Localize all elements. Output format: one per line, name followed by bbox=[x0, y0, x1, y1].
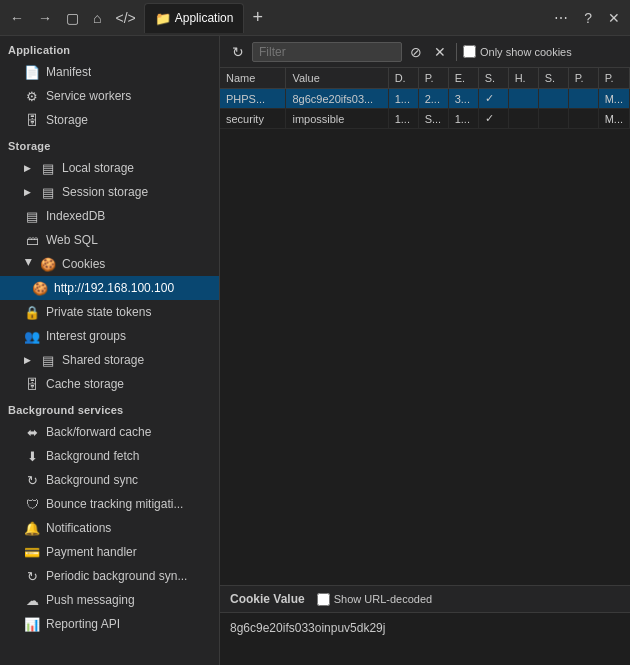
cell-2: 1... bbox=[388, 109, 418, 129]
tab-bar: ← → ▢ ⌂ </> 📁 Application + ⋯ ? ✕ bbox=[0, 0, 630, 36]
more-options-button[interactable]: ⋯ bbox=[548, 6, 574, 30]
cell-7 bbox=[538, 89, 568, 109]
expand-arrow-session: ▶ bbox=[24, 187, 34, 197]
cell-0: security bbox=[220, 109, 286, 129]
col-d[interactable]: D. bbox=[388, 68, 418, 89]
periodic-bg-label: Periodic background syn... bbox=[46, 569, 187, 583]
sidebar-item-background-fetch[interactable]: ⬇ Background fetch bbox=[0, 444, 219, 468]
cell-1: 8g6c9e20ifs03... bbox=[286, 89, 388, 109]
storage-label: Storage bbox=[46, 113, 88, 127]
main-content: Application 📄 Manifest ⚙ Service workers… bbox=[0, 36, 630, 665]
cell-2: 1... bbox=[388, 89, 418, 109]
web-sql-icon: 🗃 bbox=[24, 233, 40, 248]
sidebar-item-push-messaging[interactable]: ☁ Push messaging bbox=[0, 588, 219, 612]
sidebar-item-notifications[interactable]: 🔔 Notifications bbox=[0, 516, 219, 540]
show-decoded-checkbox[interactable] bbox=[317, 593, 330, 606]
filter-clear-btn[interactable]: ⊘ bbox=[406, 42, 426, 62]
cookies-url-icon: 🍪 bbox=[32, 281, 48, 296]
sidebar-item-manifest[interactable]: 📄 Manifest bbox=[0, 60, 219, 84]
refresh-btn[interactable]: ↻ bbox=[228, 42, 248, 62]
home-button[interactable]: ⌂ bbox=[87, 6, 107, 30]
table-row[interactable]: securityimpossible1...S...1...✓M... bbox=[220, 109, 630, 129]
sidebar-item-session-storage[interactable]: ▶ ▤ Session storage bbox=[0, 180, 219, 204]
table-row[interactable]: PHPS...8g6c9e20ifs03...1...2...3...✓M... bbox=[220, 89, 630, 109]
cell-6 bbox=[508, 109, 538, 129]
shared-storage-label: Shared storage bbox=[62, 353, 144, 367]
push-messaging-label: Push messaging bbox=[46, 593, 135, 607]
col-p[interactable]: P. bbox=[418, 68, 448, 89]
col-s2[interactable]: S. bbox=[538, 68, 568, 89]
show-decoded-label[interactable]: Show URL-decoded bbox=[317, 593, 432, 606]
cookies-table: Name Value D. P. E. S. H. S. P. P. PHPS.… bbox=[220, 68, 630, 129]
sidebar-item-local-storage[interactable]: ▶ ▤ Local storage bbox=[0, 156, 219, 180]
cell-5: ✓ bbox=[478, 109, 508, 129]
bounce-tracking-icon: 🛡 bbox=[24, 497, 40, 512]
bottom-panel-header: Cookie Value Show URL-decoded bbox=[220, 586, 630, 613]
delete-btn[interactable]: ✕ bbox=[430, 42, 450, 62]
local-storage-label: Local storage bbox=[62, 161, 134, 175]
close-button[interactable]: ✕ bbox=[602, 6, 626, 30]
manifest-label: Manifest bbox=[46, 65, 91, 79]
cache-storage-label: Cache storage bbox=[46, 377, 124, 391]
sidebar-item-payment-handler[interactable]: 💳 Payment handler bbox=[0, 540, 219, 564]
panel-toolbar: ↻ ⊘ ✕ Only show cookies bbox=[220, 36, 630, 68]
col-p2[interactable]: P. bbox=[568, 68, 598, 89]
only-cookies-text: Only show cookies bbox=[480, 46, 572, 58]
sidebar-item-back-forward[interactable]: ⬌ Back/forward cache bbox=[0, 420, 219, 444]
cell-9: M... bbox=[598, 109, 629, 129]
sidebar-item-cookies[interactable]: ▶ 🍪 Cookies bbox=[0, 252, 219, 276]
col-s[interactable]: S. bbox=[478, 68, 508, 89]
bounce-tracking-label: Bounce tracking mitigati... bbox=[46, 497, 183, 511]
only-cookies-label[interactable]: Only show cookies bbox=[463, 45, 572, 58]
help-button[interactable]: ? bbox=[578, 6, 598, 30]
data-table-container[interactable]: Name Value D. P. E. S. H. S. P. P. PHPS.… bbox=[220, 68, 630, 585]
background-sync-icon: ↻ bbox=[24, 473, 40, 488]
sidebar-item-storage[interactable]: 🗄 Storage bbox=[0, 108, 219, 132]
table-header-row: Name Value D. P. E. S. H. S. P. P. bbox=[220, 68, 630, 89]
col-h[interactable]: H. bbox=[508, 68, 538, 89]
cookie-value-text: 8g6c9e20ifs033oinpuv5dk29j bbox=[220, 613, 630, 643]
col-name[interactable]: Name bbox=[220, 68, 286, 89]
back-forward-label: Back/forward cache bbox=[46, 425, 151, 439]
cell-9: M... bbox=[598, 89, 629, 109]
expand-arrow-local: ▶ bbox=[24, 163, 34, 173]
sidebar-item-cache-storage[interactable]: 🗄 Cache storage bbox=[0, 372, 219, 396]
sidebar-item-indexeddb[interactable]: ▤ IndexedDB bbox=[0, 204, 219, 228]
storage-section-header: Storage bbox=[0, 132, 219, 156]
back-button[interactable]: ← bbox=[4, 6, 30, 30]
sidebar-item-cookies-url[interactable]: 🍪 http://192.168.100.100 bbox=[0, 276, 219, 300]
cell-8 bbox=[568, 109, 598, 129]
sidebar-item-periodic-bg[interactable]: ↻ Periodic background syn... bbox=[0, 564, 219, 588]
cell-3: S... bbox=[418, 109, 448, 129]
indexeddb-label: IndexedDB bbox=[46, 209, 105, 223]
sidebar-item-reporting-api[interactable]: 📊 Reporting API bbox=[0, 612, 219, 636]
forward-button[interactable]: → bbox=[32, 6, 58, 30]
private-state-label: Private state tokens bbox=[46, 305, 151, 319]
add-tab-button[interactable]: + bbox=[246, 5, 269, 30]
application-tab[interactable]: 📁 Application bbox=[144, 3, 245, 33]
sidebar-item-background-sync[interactable]: ↻ Background sync bbox=[0, 468, 219, 492]
sidebar-item-interest-groups[interactable]: 👥 Interest groups bbox=[0, 324, 219, 348]
source-button[interactable]: </> bbox=[109, 6, 141, 30]
filter-input[interactable] bbox=[252, 42, 402, 62]
sidebar-item-web-sql[interactable]: 🗃 Web SQL bbox=[0, 228, 219, 252]
sidebar-item-bounce-tracking[interactable]: 🛡 Bounce tracking mitigati... bbox=[0, 492, 219, 516]
cookies-label: Cookies bbox=[62, 257, 105, 271]
sidebar-item-shared-storage[interactable]: ▶ ▤ Shared storage bbox=[0, 348, 219, 372]
col-e[interactable]: E. bbox=[448, 68, 478, 89]
col-value[interactable]: Value bbox=[286, 68, 388, 89]
cell-3: 2... bbox=[418, 89, 448, 109]
expand-arrow-shared: ▶ bbox=[24, 355, 34, 365]
cookie-value-title: Cookie Value bbox=[230, 592, 305, 606]
col-p3[interactable]: P. bbox=[598, 68, 629, 89]
only-cookies-checkbox[interactable] bbox=[463, 45, 476, 58]
sidebar-item-service-workers[interactable]: ⚙ Service workers bbox=[0, 84, 219, 108]
cookies-url-label: http://192.168.100.100 bbox=[54, 281, 174, 295]
service-workers-label: Service workers bbox=[46, 89, 131, 103]
manifest-icon: 📄 bbox=[24, 65, 40, 80]
session-storage-label: Session storage bbox=[62, 185, 148, 199]
bottom-panel: Cookie Value Show URL-decoded 8g6c9e20if… bbox=[220, 585, 630, 665]
reload-button[interactable]: ▢ bbox=[60, 6, 85, 30]
sidebar-item-private-state[interactable]: 🔒 Private state tokens bbox=[0, 300, 219, 324]
bg-section-header: Background services bbox=[0, 396, 219, 420]
